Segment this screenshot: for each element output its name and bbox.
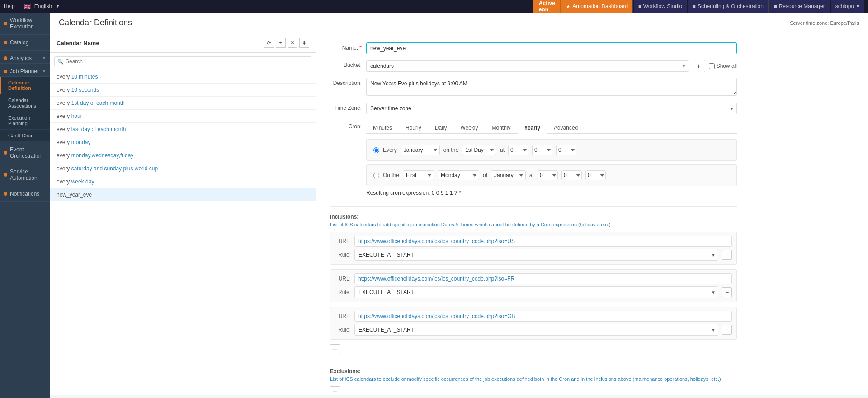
logo-text: Activeeon <box>539 0 555 13</box>
bucket-select[interactable]: calendars <box>366 60 689 72</box>
scheduling-orchestration-btn[interactable]: ■ Scheduling & Orchestration <box>688 0 769 13</box>
item-bold: 10 minutes <box>71 74 98 80</box>
cron-sec-select-1[interactable]: 0 <box>556 145 576 155</box>
cron-radio-every[interactable] <box>373 147 379 153</box>
remove-inclusion-1-btn[interactable]: − <box>722 250 732 260</box>
cron-month-select-2[interactable]: JanuaryFebruaryMarch <box>491 170 526 180</box>
search-wrapper: 🔍 <box>54 56 311 66</box>
export-calendar-btn[interactable]: ⬇ <box>299 38 309 48</box>
list-item[interactable]: every 1st day of each month <box>50 97 316 110</box>
at-label-1: at <box>500 147 505 153</box>
description-input[interactable]: New Years Eve plus holidays at 9:00 AM <box>366 78 737 96</box>
resource-manager-btn[interactable]: ■ Resource Manager <box>769 0 830 13</box>
list-item[interactable]: every monday <box>50 136 316 149</box>
url-input-1[interactable] <box>354 236 732 247</box>
timezone-select-wrapper: Server time zone ▼ <box>366 103 737 114</box>
rule-select-2[interactable]: EXECUTE_AT_STARTCANCELPOSTPONE <box>354 286 718 298</box>
list-item[interactable]: every 10 seconds <box>50 84 316 97</box>
sidebar: Workflow Execution Catalog Analytics ▼ J… <box>0 13 50 398</box>
language-selector[interactable]: English <box>34 3 52 9</box>
cron-month-select[interactable]: JanuaryFebruaryMarch AprilMayJune JulyAu… <box>401 145 440 155</box>
list-item[interactable]: every monday,wednesday,friday <box>50 149 316 162</box>
tab-advanced[interactable]: Advanced <box>547 122 585 134</box>
timezone-select[interactable]: Server time zone <box>366 103 737 114</box>
automation-dashboard-btn[interactable]: ★ Automation Dashboard <box>561 0 633 13</box>
sidebar-item-calendar-definition[interactable]: Calendar Definition <box>0 77 50 94</box>
search-input[interactable] <box>66 58 308 65</box>
cron-expression-label: Resulting cron expression: <box>366 190 430 196</box>
tab-weekly[interactable]: Weekly <box>453 122 485 134</box>
sidebar-item-notifications[interactable]: Notifications <box>0 186 50 202</box>
sidebar-item-catalog[interactable]: Catalog <box>0 35 50 51</box>
item-plain: every <box>57 74 71 80</box>
tab-minutes[interactable]: Minutes <box>366 122 399 134</box>
panel-actions: ⟳ + ✕ ⬇ <box>264 38 309 48</box>
cron-which-select[interactable]: FirstSecondThirdFourthLast <box>403 170 434 180</box>
help-link[interactable]: Help <box>4 3 15 9</box>
add-calendar-btn[interactable]: + <box>276 38 286 48</box>
list-item[interactable]: every last day of each month <box>50 123 316 136</box>
refresh-btn[interactable]: ⟳ <box>264 38 274 48</box>
delete-calendar-btn[interactable]: ✕ <box>288 38 297 48</box>
url-input-2[interactable] <box>354 273 732 284</box>
language-separator: | <box>19 3 20 9</box>
item-plain: every <box>57 100 71 106</box>
user-menu[interactable]: schlopu ▼ <box>831 0 864 13</box>
sidebar-item-workflow-execution[interactable]: Workflow Execution <box>0 13 50 35</box>
bucket-label: Bucket: <box>330 60 366 68</box>
cron-hour-select-1[interactable]: 09 <box>508 145 528 155</box>
list-item[interactable]: every hour <box>50 110 316 123</box>
description-label-text: Description: <box>333 80 362 86</box>
item-plain: every <box>57 113 71 119</box>
add-inclusion-wrapper: + <box>330 344 737 354</box>
workflow-execution-label: Workflow Execution <box>10 17 46 30</box>
name-label-text: Name: <box>342 45 358 51</box>
rule-select-1[interactable]: EXECUTE_AT_STARTCANCELPOSTPONE <box>354 249 718 261</box>
list-item[interactable]: every week day <box>50 175 316 188</box>
rule-select-wrapper-1: EXECUTE_AT_STARTCANCELPOSTPONE ▼ <box>354 249 718 261</box>
tab-hourly[interactable]: Hourly <box>399 122 428 134</box>
cron-sec-select-2[interactable]: 0 <box>585 170 606 180</box>
cron-min-select-2[interactable]: 0 <box>561 170 582 180</box>
top-navigation: Help | 🇬🇧 English ▼ Activeeon ★ Automati… <box>0 0 868 13</box>
list-item-active[interactable]: new_year_eve <box>50 188 316 201</box>
add-bucket-btn[interactable]: + <box>693 60 705 72</box>
item-bold: monday <box>71 139 91 145</box>
show-all-checkbox[interactable] <box>709 63 715 69</box>
logo: Activeeon <box>533 0 561 13</box>
sidebar-item-execution-planning[interactable]: Execution Planning <box>0 112 50 130</box>
tab-daily[interactable]: Daily <box>428 122 454 134</box>
cron-hour-select-2[interactable]: 0 <box>538 170 558 180</box>
sidebar-item-service-automation[interactable]: Service Automation <box>0 164 50 186</box>
add-inclusion-btn[interactable]: + <box>330 344 340 354</box>
workflow-studio-label: Workflow Studio <box>643 3 682 9</box>
cron-tabs: Minutes Hourly Daily Weekly Monthly Year… <box>366 122 737 134</box>
name-input[interactable] <box>366 42 737 54</box>
workflow-studio-btn[interactable]: ■ Workflow Studio <box>634 0 687 13</box>
sidebar-section-job-planner[interactable]: Job Planner ▼ <box>0 64 50 77</box>
remove-inclusion-2-btn[interactable]: − <box>722 287 732 297</box>
remove-inclusion-3-btn[interactable]: − <box>722 325 732 335</box>
add-exclusion-btn[interactable]: + <box>330 386 340 395</box>
show-all-label[interactable]: Show all <box>709 63 737 69</box>
sidebar-item-gantt-chart[interactable]: Gantt Chart <box>0 130 50 142</box>
list-item[interactable]: every 10 minutes <box>50 70 316 84</box>
event-orchestration-label: Event Orchestration <box>10 146 46 159</box>
cron-expression-value: 0 0 9 1 1 ? * <box>432 190 461 196</box>
rule-select-3[interactable]: EXECUTE_AT_STARTCANCELPOSTPONE <box>354 324 718 336</box>
url-row-3: URL: <box>335 311 732 322</box>
description-label: Description: <box>330 78 366 86</box>
notifications-label: Notifications <box>10 191 39 197</box>
item-plain: every <box>57 87 71 93</box>
cron-weekday-select[interactable]: MondayTuesdayWednesday ThursdayFridaySat… <box>438 170 479 180</box>
cron-min-select-1[interactable]: 0 <box>532 145 552 155</box>
sidebar-item-event-orchestration[interactable]: Event Orchestration <box>0 142 50 164</box>
cron-radio-on-the[interactable] <box>373 173 379 178</box>
tab-yearly[interactable]: Yearly <box>518 122 547 134</box>
cron-day-select[interactable]: 1st Day2nd Day3rd Day Last Day <box>462 145 496 155</box>
url-input-3[interactable] <box>354 311 732 322</box>
sidebar-item-calendar-associations[interactable]: Calendar Associations <box>0 94 50 112</box>
sidebar-section-analytics[interactable]: Analytics ▼ <box>0 51 50 64</box>
tab-monthly[interactable]: Monthly <box>485 122 518 134</box>
list-item[interactable]: every saturday and sunday plus world cup <box>50 162 316 175</box>
